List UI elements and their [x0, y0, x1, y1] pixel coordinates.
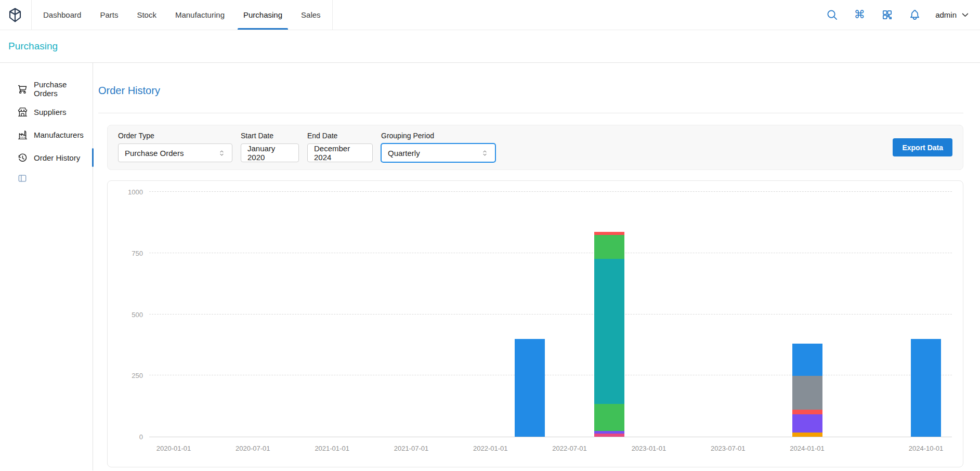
- navbar-actions: ⌘ admin: [825, 0, 970, 30]
- x-axis-label: 2021-07-01: [380, 444, 442, 452]
- bar-segment: [594, 404, 624, 431]
- page-title: Purchasing: [8, 41, 58, 52]
- x-axis-label: 2022-07-01: [539, 444, 601, 452]
- chart-bar[interactable]: [515, 339, 545, 437]
- start-date-value: January 2020: [247, 144, 292, 162]
- tab-label: Purchasing: [243, 10, 282, 19]
- top-navbar: Dashboard Parts Stock Manufacturing Purc…: [0, 0, 980, 30]
- end-date-input[interactable]: December 2024: [307, 143, 373, 162]
- layout-sidebar-collapse-icon[interactable]: [17, 173, 28, 184]
- chart-ylabels: 02505007501000: [108, 191, 143, 437]
- history-clock-icon: [17, 152, 28, 163]
- bar-segment: [515, 339, 545, 437]
- x-axis-label: 2023-01-01: [618, 444, 680, 452]
- tab-stock[interactable]: Stock: [127, 0, 166, 30]
- grouping-period-value: Quarterly: [388, 149, 420, 158]
- chart-gridline: [149, 375, 952, 375]
- order-type-value: Purchase Orders: [125, 149, 184, 158]
- end-date-value: December 2024: [314, 144, 366, 162]
- tab-label: Manufacturing: [175, 10, 225, 19]
- y-axis-label: 250: [108, 371, 143, 381]
- grouping-period-label: Grouping Period: [381, 132, 495, 140]
- sidebar-item-label: Manufacturers: [34, 130, 84, 139]
- sidebar-item-label: Suppliers: [34, 108, 67, 116]
- tab-label: Parts: [100, 10, 118, 19]
- tab-label: Sales: [301, 10, 321, 19]
- bar-segment: [594, 259, 624, 404]
- building-store-icon: [17, 107, 28, 117]
- bar-segment: [911, 339, 941, 437]
- x-axis-label: 2022-01-01: [459, 444, 521, 452]
- x-axis-label: 2024-10-01: [895, 444, 957, 452]
- sidebar-item-order-history[interactable]: Order History: [0, 146, 93, 169]
- bar-segment: [792, 410, 822, 414]
- tab-label: Dashboard: [43, 10, 81, 19]
- user-name: admin: [935, 10, 957, 19]
- user-menu[interactable]: admin: [935, 10, 970, 19]
- sidebar: Purchase Orders Suppliers Manufacturers: [0, 63, 93, 470]
- y-axis-label: 0: [108, 433, 143, 442]
- building-factory-icon: [17, 129, 28, 140]
- chevron-down-icon: [961, 10, 970, 19]
- order-type-label: Order Type: [118, 132, 232, 140]
- chart-gridline: [149, 253, 952, 253]
- tab-purchasing[interactable]: Purchasing: [234, 0, 292, 30]
- field-end-date: End Date December 2024: [307, 132, 373, 162]
- chart-bar[interactable]: [792, 344, 822, 437]
- x-axis-label: 2024-01-01: [776, 444, 839, 452]
- notifications-bell-icon[interactable]: [908, 8, 921, 22]
- chart-plot: [149, 191, 952, 437]
- active-tab-underline: [238, 28, 288, 30]
- shopping-cart-icon: [17, 84, 28, 95]
- tab-sales[interactable]: Sales: [292, 0, 330, 30]
- filter-card: Order Type Purchase Orders Start Date Ja…: [107, 125, 963, 170]
- export-data-button[interactable]: Export Data: [893, 138, 952, 156]
- tab-manufacturing[interactable]: Manufacturing: [166, 0, 234, 30]
- app-logo-icon: [7, 7, 23, 23]
- selector-chevrons-icon: [481, 149, 489, 157]
- order-type-select[interactable]: Purchase Orders: [118, 143, 232, 162]
- end-date-label: End Date: [307, 132, 373, 140]
- sidebar-item-purchase-orders[interactable]: Purchase Orders: [0, 77, 93, 100]
- tab-dashboard[interactable]: Dashboard: [34, 0, 90, 30]
- bar-segment: [792, 376, 822, 410]
- scan-grid-icon[interactable]: [880, 8, 894, 22]
- y-axis-label: 1000: [108, 188, 143, 197]
- chart-bar[interactable]: [594, 232, 624, 437]
- x-axis-label: 2023-07-01: [697, 444, 759, 452]
- app-logo[interactable]: [7, 0, 23, 30]
- field-grouping-period: Grouping Period Quarterly: [381, 132, 495, 162]
- chart-gridline: [149, 314, 952, 315]
- content-area: Purchase Orders Suppliers Manufacturers: [0, 63, 980, 470]
- field-order-type: Order Type Purchase Orders: [118, 132, 232, 162]
- search-icon[interactable]: [825, 8, 839, 22]
- bar-segment: [792, 414, 822, 433]
- command-palette-icon[interactable]: ⌘: [853, 8, 866, 22]
- sidebar-item-label: Order History: [34, 153, 80, 162]
- y-axis-label: 750: [108, 249, 143, 258]
- chart-bar[interactable]: [911, 339, 941, 437]
- sidebar-item-suppliers[interactable]: Suppliers: [0, 100, 93, 123]
- main-panel: Order History Order Type Purchase Orders…: [93, 63, 980, 470]
- tab-label: Stock: [137, 10, 156, 19]
- grouping-period-select[interactable]: Quarterly: [381, 143, 495, 162]
- main-nav-tabs: Dashboard Parts Stock Manufacturing Purc…: [31, 0, 333, 30]
- bar-segment: [792, 433, 822, 437]
- bar-segment: [594, 434, 624, 437]
- field-start-date: Start Date January 2020: [241, 132, 299, 162]
- bar-segment: [594, 235, 624, 258]
- panel-title: Order History: [98, 85, 963, 97]
- selector-chevrons-icon: [218, 149, 226, 157]
- x-axis-label: 2020-07-01: [221, 444, 284, 452]
- sidebar-collapse-row: [0, 173, 93, 186]
- order-history-chart-card: 02505007501000 2020-01-012020-07-012021-…: [107, 180, 963, 467]
- start-date-label: Start Date: [241, 132, 299, 140]
- panel-divider: [98, 113, 963, 113]
- start-date-input[interactable]: January 2020: [241, 143, 299, 162]
- sidebar-item-manufacturers[interactable]: Manufacturers: [0, 123, 93, 146]
- chart-xlabels: 2020-01-012020-07-012021-01-012021-07-01…: [149, 440, 952, 456]
- tab-parts[interactable]: Parts: [90, 0, 127, 30]
- active-item-indicator: [92, 148, 94, 167]
- sidebar-item-label: Purchase Orders: [34, 80, 93, 98]
- x-axis-label: 2021-01-01: [301, 444, 363, 452]
